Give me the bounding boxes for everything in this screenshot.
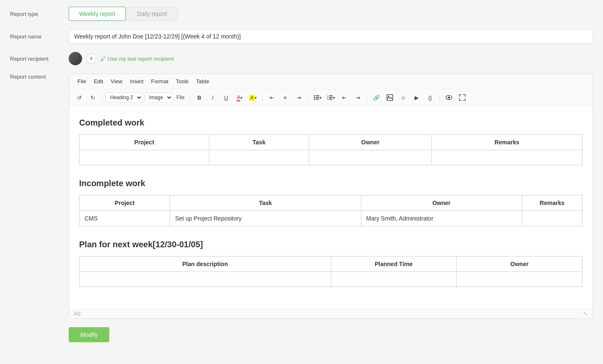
highlight-button[interactable]: A ▾	[247, 92, 259, 103]
daily-report-tab[interactable]: Daily report	[126, 7, 178, 21]
bold-button[interactable]: B	[193, 92, 205, 103]
menu-table[interactable]: Table	[193, 77, 212, 86]
completed-work-heading: Completed work	[79, 118, 582, 128]
align-left-button[interactable]: ⇤	[266, 92, 278, 103]
incomplete-work-table: Project Task Owner Remarks CMS Set up Pr…	[79, 195, 582, 226]
table-header-row: Plan description Planned Time Owner	[80, 256, 582, 272]
file-button[interactable]: File	[175, 92, 186, 103]
align-right-button[interactable]: ⇥	[293, 92, 304, 103]
editor-content[interactable]: Completed work Project Task Owner Remark…	[69, 106, 593, 309]
media-button[interactable]: ▶	[411, 92, 423, 103]
table-row	[80, 272, 582, 287]
menu-file[interactable]: File	[74, 77, 90, 86]
toolbar: ↺ ↻ Heading 2 Heading 1 Heading 3 Normal…	[69, 89, 593, 106]
report-type-label: Report type	[10, 11, 69, 17]
report-type-tabs: Weekly report Daily report	[69, 7, 178, 21]
link-button[interactable]: 🔗	[371, 92, 382, 103]
bullet-list-button[interactable]: ▾	[312, 92, 323, 103]
modify-button[interactable]: Modify	[69, 327, 109, 342]
italic-button[interactable]: I	[207, 92, 219, 103]
cell-planned-time	[331, 272, 456, 287]
image-select[interactable]: Image	[144, 92, 173, 103]
underline-button[interactable]: U	[220, 92, 232, 103]
next-week-plan-heading: Plan for next week[12/30-01/05]	[79, 240, 582, 249]
menu-format[interactable]: Format	[148, 77, 172, 86]
col-owner: Owner	[456, 256, 582, 272]
toolbar-separator-6	[439, 93, 440, 102]
cell-task: Set up Project Repository	[170, 211, 361, 226]
incomplete-work-section: Incomplete work Project Task Owner Remar…	[79, 179, 582, 226]
report-name-label: Report name	[10, 33, 69, 40]
preview-button[interactable]	[443, 92, 455, 103]
report-name-row: Report name	[10, 29, 593, 44]
cell-owner	[309, 150, 432, 165]
align-center-button[interactable]: ≡	[279, 92, 291, 103]
col-planned-time: Planned Time	[331, 256, 456, 272]
cell-owner: Mary Smith, Administrator	[361, 211, 522, 226]
statusbar-mode: H2	[74, 311, 80, 317]
table-row: CMS Set up Project Repository Mary Smith…	[80, 211, 582, 226]
recipient-controls: + 🖊 Use my last report recipient	[69, 52, 174, 65]
col-project: Project	[80, 195, 170, 211]
avatar-image	[69, 52, 82, 65]
svg-rect-7	[329, 95, 332, 96]
svg-point-4	[314, 99, 315, 100]
code-button[interactable]: {}	[424, 92, 436, 103]
use-last-recipient-link[interactable]: 🖊 Use my last report recipient	[100, 56, 174, 62]
add-recipient-button[interactable]: +	[86, 54, 96, 64]
weekly-report-tab[interactable]: Weekly report	[69, 7, 126, 21]
cell-task	[209, 150, 309, 165]
svg-point-0	[314, 95, 315, 97]
menu-tools[interactable]: Tools	[173, 77, 192, 86]
table-header-row: Project Task Owner Remarks	[80, 135, 582, 150]
undo-button[interactable]: ↺	[73, 92, 85, 103]
page-wrapper: Report type Weekly report Daily report R…	[0, 0, 603, 364]
cell-remarks	[522, 211, 582, 226]
col-task: Task	[209, 135, 309, 150]
svg-rect-5	[316, 99, 319, 100]
toolbar-separator-3	[262, 93, 263, 102]
resize-handle[interactable]: ⤡	[583, 311, 588, 317]
svg-rect-11	[329, 99, 332, 100]
menu-insert[interactable]: Insert	[126, 77, 147, 86]
toolbar-separator-5	[367, 93, 367, 102]
heading-select[interactable]: Heading 2 Heading 1 Heading 3 Normal	[106, 92, 143, 103]
report-name-input[interactable]	[69, 29, 593, 44]
svg-point-2	[314, 97, 315, 98]
col-remarks: Remarks	[432, 135, 582, 150]
completed-work-section: Completed work Project Task Owner Remark…	[79, 118, 582, 165]
redo-button[interactable]: ↻	[87, 92, 98, 103]
use-last-icon: 🖊	[100, 56, 106, 62]
menu-edit[interactable]: Edit	[90, 77, 106, 86]
image-insert-button[interactable]	[384, 92, 396, 103]
svg-rect-1	[316, 95, 319, 96]
col-owner: Owner	[361, 195, 522, 211]
toolbar-separator-4	[308, 93, 308, 102]
svg-text:3.: 3.	[327, 98, 329, 100]
completed-work-table: Project Task Owner Remarks	[79, 134, 582, 165]
outdent-button[interactable]: ⇤	[338, 92, 350, 103]
cell-plan-description	[80, 272, 331, 287]
menu-view[interactable]: View	[107, 77, 126, 86]
menu-bar: File Edit View Insert Format Tools Table	[69, 74, 593, 89]
svg-point-15	[448, 97, 450, 99]
use-last-label: Use my last report recipient	[108, 56, 174, 62]
table-header-row: Project Task Owner Remarks	[80, 195, 582, 211]
fullscreen-button[interactable]	[456, 92, 468, 103]
text-color-button[interactable]: A ▾	[234, 92, 245, 103]
svg-rect-9	[329, 97, 332, 98]
report-content-label: Report content	[10, 74, 69, 80]
report-content-row: Report content File Edit View Insert For…	[10, 74, 593, 319]
action-row: Modify	[69, 327, 593, 342]
cell-owner	[456, 272, 582, 287]
report-recipient-label: Report recipient	[10, 56, 69, 62]
col-owner: Owner	[309, 135, 432, 150]
indent-button[interactable]: ⇥	[352, 92, 363, 103]
col-plan-description: Plan description	[80, 256, 331, 272]
numbered-list-button[interactable]: 1.2.3. ▾	[325, 92, 337, 103]
svg-rect-3	[316, 97, 319, 98]
editor-statusbar: H2 ⤡	[69, 309, 593, 318]
col-task: Task	[170, 195, 361, 211]
next-week-plan-section: Plan for next week[12/30-01/05] Plan des…	[79, 240, 582, 287]
emoji-button[interactable]: ☺	[397, 92, 409, 103]
